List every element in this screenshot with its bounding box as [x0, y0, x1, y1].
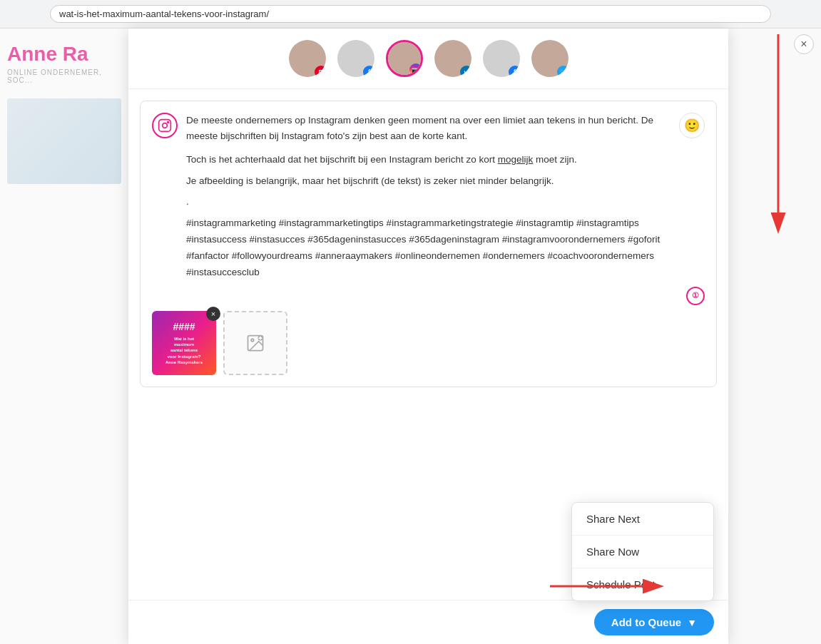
emoji-button[interactable]: 🙂	[679, 113, 705, 138]
badge-pinterest: P	[315, 66, 326, 77]
modal-container: P f 📷 in f	[128, 29, 728, 644]
avatar-pinterest[interactable]: P	[289, 40, 326, 77]
post-text-line2: Toch is het achterhaald dat het bijschri…	[186, 152, 670, 168]
close-button[interactable]: ×	[794, 34, 814, 54]
chevron-down-icon: ▼	[687, 617, 697, 628]
browser-bar: wat-is-het-maximum-aantal-tekens-voor-in…	[0, 0, 821, 29]
post-editor[interactable]: De meeste ondernemers op Instagram denke…	[140, 101, 717, 387]
avatar-instagram[interactable]: 📷	[386, 40, 423, 77]
avatar-facebook[interactable]: f	[337, 40, 374, 77]
avatar-circle-pinterest[interactable]: P	[289, 40, 326, 77]
share-now-item[interactable]: Share Now	[572, 536, 713, 568]
avatar-twitter[interactable]: 🐦	[531, 40, 568, 77]
svg-point-2	[168, 122, 169, 123]
red-arrow-right-indicator	[550, 576, 664, 600]
post-platform-icon	[152, 113, 178, 138]
avatar-circle-facebook[interactable]: f	[337, 40, 374, 77]
red-arrow-down-indicator	[764, 34, 792, 237]
badge-facebook: f	[363, 66, 374, 77]
add-to-queue-button[interactable]: Add to Queue ▼	[594, 609, 714, 635]
badge-instagram: 📷	[409, 63, 422, 76]
avatar-circle-twitter[interactable]: 🐦	[531, 40, 568, 77]
avatar-facebook-2[interactable]: f	[483, 40, 520, 77]
svg-point-1	[163, 123, 168, 128]
post-dot: .	[186, 194, 670, 210]
post-text-area[interactable]: De meeste ondernemers op Instagram denke…	[186, 113, 670, 281]
post-hashtags: #instagrammarketing #instagrammarketingt…	[186, 215, 670, 281]
image-thumbnail[interactable]: #### Wat is het maximum aantal tekens vo…	[152, 311, 216, 375]
image-add-button[interactable]	[223, 311, 287, 375]
site-title: Anne Ra	[7, 43, 121, 66]
action-bar: Add to Queue ▼	[128, 600, 728, 644]
post-main-text: De meeste ondernemers op Instagram denke…	[186, 113, 670, 143]
post-text-line3: Je afbeelding is belangrijk, maar het bi…	[186, 173, 670, 189]
image-remove-button[interactable]: ×	[206, 307, 220, 321]
url-bar[interactable]: wat-is-het-maximum-aantal-tekens-voor-in…	[50, 5, 771, 23]
avatar-circle-instagram[interactable]: 📷	[386, 40, 423, 77]
site-subtitle: ONLINE ONDERNEMER, SOC...	[7, 68, 121, 84]
add-to-queue-label: Add to Queue	[611, 616, 681, 628]
avatars-row: P f 📷 in f	[128, 29, 728, 89]
avatar-circle-linkedin[interactable]: in	[434, 40, 471, 77]
avatar-linkedin[interactable]: in	[434, 40, 471, 77]
post-link[interactable]: mogelijk	[498, 154, 534, 165]
svg-rect-0	[159, 120, 171, 132]
badge-facebook-2: f	[509, 66, 520, 77]
share-next-item[interactable]: Share Next	[572, 503, 713, 536]
image-thumb-inner: #### Wat is het maximum aantal tekens vo…	[152, 311, 216, 375]
character-count-badge: ①	[686, 287, 705, 305]
images-row: #### Wat is het maximum aantal tekens vo…	[141, 311, 716, 387]
avatar-circle-facebook-2[interactable]: f	[483, 40, 520, 77]
site-background: Anne Ra ONLINE ONDERNEMER, SOC...	[0, 29, 128, 644]
svg-point-4	[251, 339, 254, 342]
badge-linkedin: in	[460, 66, 471, 77]
image-add-inner	[245, 333, 265, 353]
badge-twitter: 🐦	[557, 66, 568, 77]
site-image	[7, 98, 121, 184]
